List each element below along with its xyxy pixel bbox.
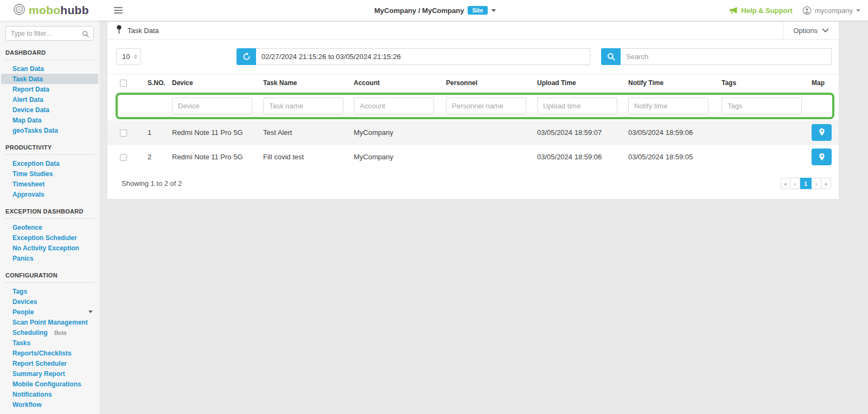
sidebar-item-label: Notifications bbox=[12, 391, 52, 398]
pagination-button[interactable]: « bbox=[781, 178, 790, 189]
sidebar-item-scan-data[interactable]: Scan Data bbox=[1, 63, 98, 74]
filter-tags-input[interactable] bbox=[722, 98, 802, 114]
sidebar-item-approvals[interactable]: Approvals bbox=[1, 189, 98, 199]
sidebar-item-label: Tags bbox=[12, 288, 27, 295]
sidebar-item-label: Geofence bbox=[12, 224, 42, 231]
pagination-button[interactable]: › bbox=[812, 178, 821, 189]
chevron-down-icon bbox=[492, 9, 496, 12]
chevron-down-icon bbox=[88, 310, 93, 313]
select-all-checkbox[interactable] bbox=[120, 80, 127, 87]
cell-sno: 1 bbox=[139, 128, 163, 137]
options-label: Options bbox=[793, 27, 818, 35]
chevron-down-icon bbox=[856, 9, 860, 12]
sidebar-item-label: Workflow bbox=[12, 401, 42, 409]
sidebar-item-geotasks-data[interactable]: geoTasks Data bbox=[1, 125, 98, 135]
sidebar-filter-input[interactable] bbox=[5, 26, 94, 41]
sidebar-item-devices[interactable]: Devices bbox=[1, 296, 98, 307]
section-title: EXCEPTION DASHBOARD bbox=[5, 208, 94, 215]
table-footer: Showing 1 to 2 of 2 « ‹ 1 › » bbox=[107, 169, 839, 189]
column-header-tags: Tags bbox=[713, 79, 803, 87]
sidebar-item-task-data[interactable]: Task Data bbox=[1, 74, 98, 84]
sidebar-item-exception-data[interactable]: Exception Data bbox=[1, 158, 98, 169]
page-size-value: 10 bbox=[117, 53, 130, 61]
chevron-down-icon bbox=[822, 28, 829, 33]
sidebar-item-panics[interactable]: Panics bbox=[1, 253, 98, 263]
sidebar-item-reports-checklists[interactable]: Reports/Checklists bbox=[1, 348, 98, 358]
cell-sno: 2 bbox=[139, 153, 163, 161]
sidebar-item-geofence[interactable]: Geofence bbox=[1, 222, 98, 232]
map-pin-icon bbox=[818, 153, 826, 161]
section-title: DASHBOARD bbox=[5, 49, 94, 56]
pagination-button[interactable]: 1 bbox=[800, 178, 812, 189]
options-button[interactable]: Options bbox=[783, 22, 839, 39]
sidebar-item-report-data[interactable]: Report Data bbox=[1, 84, 98, 94]
filter-device-input[interactable] bbox=[172, 98, 252, 114]
filter-account-input[interactable] bbox=[354, 98, 434, 114]
column-header-notify-time: Notify Time bbox=[620, 79, 713, 87]
sidebar-item-scan-point-management[interactable]: Scan Point Management bbox=[1, 317, 98, 327]
filter-row-highlight bbox=[116, 93, 834, 119]
page-title: Task Data bbox=[127, 27, 159, 35]
sidebar-item-label: Mobile Configurations bbox=[12, 380, 81, 388]
column-header-task-name: Task Name bbox=[254, 79, 345, 87]
sidebar-item-no-activity-exception[interactable]: No Activity Exception bbox=[1, 243, 98, 253]
menu-toggle-icon[interactable] bbox=[114, 7, 123, 14]
sidebar-item-label: Device Data bbox=[12, 106, 49, 114]
row-checkbox[interactable] bbox=[120, 130, 127, 137]
sidebar-item-label: geoTasks Data bbox=[12, 127, 58, 134]
filter-personnel-input[interactable] bbox=[446, 98, 526, 114]
sidebar-item-scheduling[interactable]: Scheduling Beta bbox=[1, 327, 98, 338]
search-icon bbox=[607, 53, 615, 61]
filter-task-name-input[interactable] bbox=[263, 98, 343, 114]
column-header-sno: S.NO. bbox=[139, 79, 163, 87]
app-logo: m mobohubb bbox=[0, 3, 89, 18]
column-header-device: Device bbox=[163, 79, 254, 87]
filter-upload-time-input[interactable] bbox=[537, 98, 617, 114]
sidebar-item-people[interactable]: People bbox=[1, 307, 98, 317]
company-switcher[interactable]: MyCompany / MyCompany Site bbox=[374, 0, 496, 21]
sidebar-item-device-data[interactable]: Device Data bbox=[1, 105, 98, 115]
cell-task-name: Test Alert bbox=[254, 128, 345, 137]
sidebar-item-map-data[interactable]: Map Data bbox=[1, 115, 98, 125]
sidebar-item-label: No Activity Exception bbox=[12, 244, 79, 252]
map-button[interactable] bbox=[812, 148, 832, 165]
table-row: 2 Redmi Note 11 Pro 5G Fill covid test M… bbox=[107, 145, 839, 169]
filter-notify-time-input[interactable] bbox=[628, 98, 709, 114]
pagination-button[interactable]: ‹ bbox=[790, 178, 800, 189]
sidebar-item-label: Exception Data bbox=[12, 160, 60, 167]
sidebar-item-summary-report[interactable]: Summary Report bbox=[1, 368, 98, 379]
sidebar-section: EXCEPTION DASHBOARD Geofence Exception S… bbox=[0, 208, 99, 263]
sidebar-item-label: Report Scheduler bbox=[12, 360, 67, 367]
panel-header: Task Data Options bbox=[107, 22, 839, 40]
cell-notify-time: 03/05/2024 18:59:05 bbox=[620, 153, 713, 161]
sidebar-item-label: Approvals bbox=[12, 191, 44, 198]
sidebar-item-workflow[interactable]: Workflow bbox=[1, 399, 98, 410]
sidebar-item-timesheet[interactable]: Timesheet bbox=[1, 179, 98, 189]
sidebar-item-mobile-configurations[interactable]: Mobile Configurations bbox=[1, 379, 98, 389]
row-checkbox[interactable] bbox=[120, 154, 127, 161]
date-range-input[interactable] bbox=[256, 48, 590, 65]
map-button[interactable] bbox=[812, 124, 832, 141]
sidebar-item-notifications[interactable]: Notifications bbox=[1, 389, 98, 399]
section-items: Scan Data Task Data Report Data Alert Da… bbox=[0, 63, 99, 135]
page-size-select[interactable]: 10 bbox=[116, 48, 141, 65]
user-menu[interactable]: mycompany bbox=[802, 6, 860, 15]
sidebar-item-exception-scheduler[interactable]: Exception Scheduler bbox=[1, 232, 98, 243]
user-icon bbox=[802, 6, 812, 15]
pagination-button[interactable]: » bbox=[821, 178, 831, 189]
refresh-button[interactable] bbox=[237, 48, 256, 65]
divider bbox=[4, 218, 95, 219]
search-input[interactable] bbox=[621, 48, 832, 65]
search-button[interactable] bbox=[601, 48, 621, 65]
sidebar-item-time-studies[interactable]: Time Studies bbox=[1, 169, 98, 179]
divider bbox=[4, 154, 95, 155]
help-support-link[interactable]: Help & Support bbox=[729, 7, 793, 15]
cell-task-name: Fill covid test bbox=[254, 153, 345, 161]
sidebar-item-label: Timesheet bbox=[12, 180, 44, 188]
sidebar-item-label: People bbox=[12, 308, 34, 316]
sidebar-item-tasks[interactable]: Tasks bbox=[1, 338, 98, 348]
sidebar-item-report-scheduler[interactable]: Report Scheduler bbox=[1, 358, 98, 368]
sidebar-item-label: Summary Report bbox=[12, 370, 65, 378]
sidebar-item-tags[interactable]: Tags bbox=[1, 286, 98, 296]
sidebar-item-alert-data[interactable]: Alert Data bbox=[1, 94, 98, 105]
